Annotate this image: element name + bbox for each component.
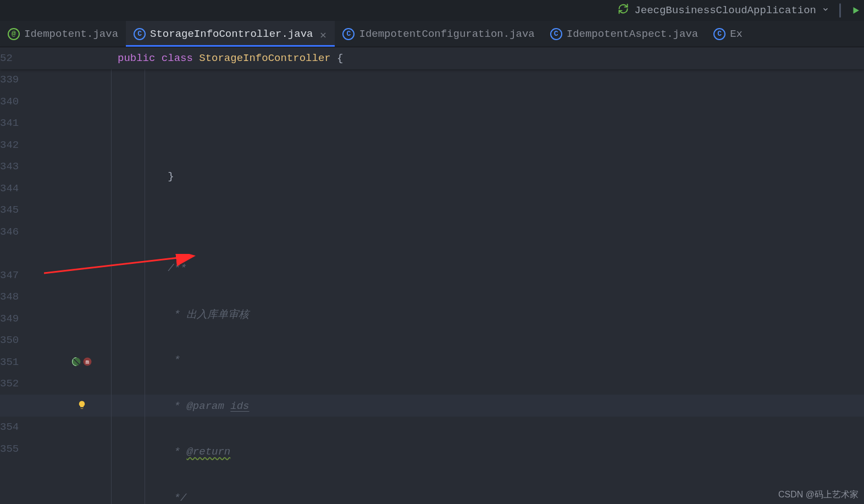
- run-button[interactable]: [851, 5, 861, 15]
- close-tab-icon[interactable]: [319, 30, 327, 38]
- tab-label: Ex: [730, 28, 743, 40]
- tab-idempotent[interactable]: @ Idempotent.java: [0, 21, 126, 47]
- endpoint-gutter-icon[interactable]: m: [71, 357, 92, 367]
- tab-idempotentaspect[interactable]: C IdempotentAspect.java: [542, 21, 706, 47]
- marker-gutter: m: [71, 47, 99, 504]
- tab-storageinfocontroller[interactable]: C StorageInfoController.java: [126, 21, 335, 47]
- run-toolbar: JeecgBusinessCloudApplication: [0, 0, 864, 21]
- run-config-name: JeecgBusinessCloudApplication: [634, 4, 816, 16]
- watermark: CSDN @码上艺术家: [778, 489, 859, 501]
- tab-idempotentconfiguration[interactable]: C IdempotentConfiguration.java: [335, 21, 542, 47]
- code-editor[interactable]: 52 public class StorageInfoController { …: [0, 47, 864, 504]
- tab-label: StorageInfoController.java: [150, 28, 313, 40]
- tab-label: Idempotent.java: [24, 28, 118, 40]
- tab-ex[interactable]: C Ex: [706, 21, 750, 47]
- class-file-icon: C: [134, 28, 146, 40]
- aspect-file-icon: @: [8, 28, 20, 40]
- sticky-scroll-header[interactable]: 52 public class StorageInfoController {: [0, 47, 864, 69]
- lightbulb-icon[interactable]: [77, 400, 87, 410]
- line-number-gutter: 339 340 341 342 343 344 345 346 347 348 …: [0, 47, 71, 504]
- svg-marker-0: [854, 7, 860, 14]
- svg-text:m: m: [86, 359, 89, 365]
- tab-label: IdempotentConfiguration.java: [359, 28, 534, 40]
- toolbar-separator: [839, 3, 841, 18]
- class-file-icon: C: [342, 28, 355, 40]
- class-file-icon: C: [550, 28, 562, 40]
- line-number: 52: [0, 47, 66, 69]
- code-content[interactable]: } /** * 出入库单审核 * * @param ids * @return …: [99, 47, 864, 504]
- class-file-icon: C: [713, 28, 725, 40]
- chevron-down-icon: [822, 4, 829, 16]
- run-config-selector[interactable]: JeecgBusinessCloudApplication: [618, 3, 829, 18]
- reload-icon: [618, 3, 629, 18]
- editor-tabs: @ Idempotent.java C StorageInfoControlle…: [0, 21, 864, 47]
- tab-label: IdempotentAspect.java: [567, 28, 698, 40]
